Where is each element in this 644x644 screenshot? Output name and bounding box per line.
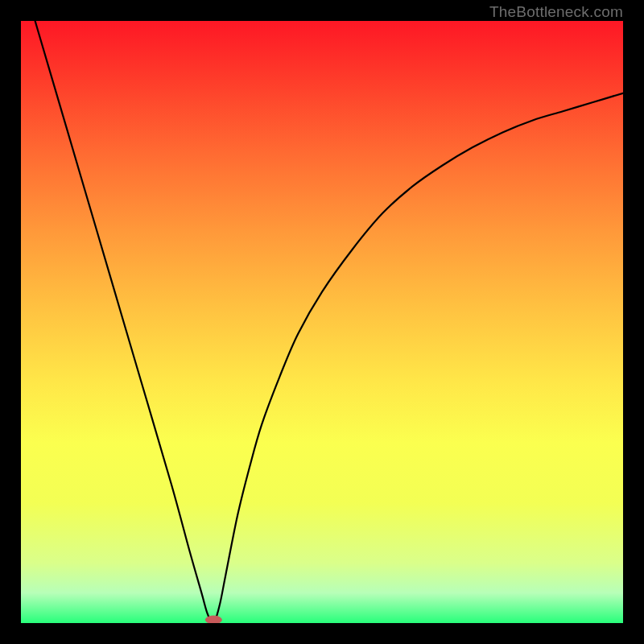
bottleneck-curve-path [21, 21, 623, 623]
chart-plot-area [21, 21, 623, 623]
optimal-point-marker [205, 616, 221, 623]
chart-stage: TheBottleneck.com [0, 0, 644, 644]
watermark-text: TheBottleneck.com [489, 3, 623, 21]
chart-svg [21, 21, 623, 623]
